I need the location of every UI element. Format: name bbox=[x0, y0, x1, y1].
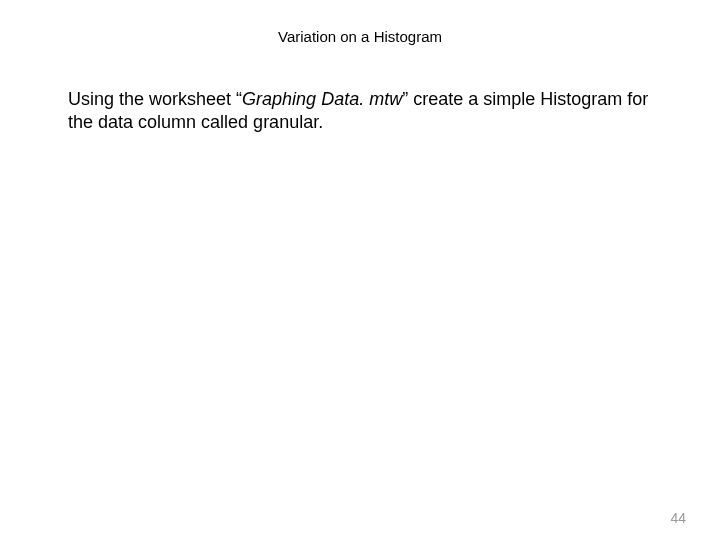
page-number: 44 bbox=[670, 510, 686, 526]
instruction-pre: Using the worksheet “ bbox=[68, 89, 242, 109]
worksheet-filename: Graphing Data. mtw bbox=[242, 89, 402, 109]
instruction-paragraph: Using the worksheet “Graphing Data. mtw”… bbox=[68, 88, 660, 135]
slide-title: Variation on a Histogram bbox=[0, 0, 720, 45]
